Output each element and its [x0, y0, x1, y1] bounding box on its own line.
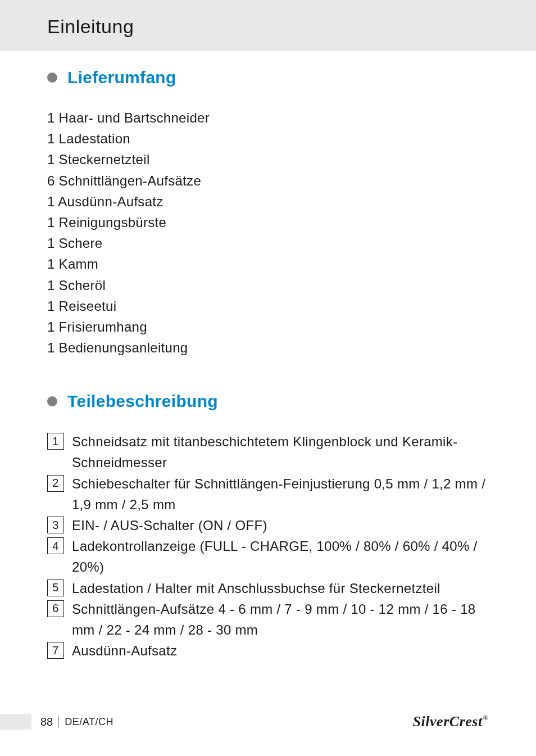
bullet-icon	[47, 73, 57, 83]
parts-item: 6 Schnittlängen-Aufsätze 4 - 6 mm / 7 - …	[47, 599, 489, 640]
list-item: 1 Ladestation	[47, 128, 489, 149]
parts-item: 2 Schiebeschalter für Schnittlängen-Fein…	[47, 473, 489, 515]
list-item: 6 Schnittlängen-Aufsätze	[47, 170, 489, 191]
registered-icon: ®	[483, 713, 489, 722]
list-item: 1 Reinigungsbürste	[47, 212, 489, 233]
parts-item: 5 Ladestation / Halter mit Anschlussbuch…	[47, 578, 489, 599]
number-box: 4	[47, 537, 64, 554]
number-box: 5	[47, 580, 64, 596]
list-item: 1 Bedienungsanleitung	[47, 337, 489, 358]
list-item: 1 Steckernetzteil	[47, 149, 489, 170]
brand-logo: SilverCrest®	[413, 713, 489, 730]
number-box: 1	[47, 433, 64, 450]
footer: 88 DE/AT/CH SilverCrest®	[0, 713, 536, 730]
parts-item: 3 EIN- / AUS-Schalter (ON / OFF)	[47, 515, 489, 536]
parts-text: Schiebeschalter für Schnittlängen-Feinju…	[72, 473, 489, 515]
section-title-delivery: Lieferumfang	[67, 68, 176, 87]
list-item: 1 Scheröl	[47, 275, 489, 296]
section-title-parts: Teilebeschreibung	[67, 392, 218, 411]
section-heading-delivery: Lieferumfang	[47, 68, 489, 87]
parts-list: 1 Schneidsatz mit titanbeschichtetem Kli…	[47, 431, 489, 661]
number-box: 3	[47, 517, 64, 533]
delivery-list: 1 Haar- und Bartschneider 1 Ladestation …	[47, 107, 489, 358]
list-item: 1 Reiseetui	[47, 296, 489, 316]
parts-item: 4 Ladekontrollanzeige (FULL - CHARGE, 10…	[47, 536, 489, 577]
list-item: 1 Schere	[47, 233, 489, 253]
footer-left: 88 DE/AT/CH	[0, 714, 113, 730]
page-region: DE/AT/CH	[65, 716, 113, 728]
parts-text: EIN- / AUS-Schalter (ON / OFF)	[72, 515, 489, 536]
parts-item: 1 Schneidsatz mit titanbeschichtetem Kli…	[47, 431, 489, 473]
number-box: 6	[47, 600, 64, 617]
section-heading-parts: Teilebeschreibung	[47, 392, 489, 411]
parts-text: Ladekontrollanzeige (FULL - CHARGE, 100%…	[72, 536, 489, 577]
list-item: 1 Kamm	[47, 253, 489, 274]
parts-text: Ladestation / Halter mit Anschlussbuchse…	[72, 578, 489, 599]
brand-text: SilverCrest	[413, 713, 483, 730]
number-box: 2	[47, 475, 64, 492]
separator-icon	[58, 716, 59, 728]
page-tab	[0, 714, 31, 730]
list-item: 1 Haar- und Bartschneider	[47, 107, 489, 128]
parts-item: 7 Ausdünn-Aufsatz	[47, 640, 489, 661]
parts-text: Schneidsatz mit titanbeschichtetem Kling…	[72, 431, 489, 473]
header-bar: Einleitung	[0, 0, 536, 51]
bullet-icon	[47, 396, 57, 406]
main-content: Lieferumfang 1 Haar- und Bartschneider 1…	[0, 51, 536, 661]
list-item: 1 Ausdünn-Aufsatz	[47, 191, 489, 212]
page-number: 88	[40, 716, 53, 728]
page-title: Einleitung	[47, 16, 536, 38]
list-item: 1 Frisierumhang	[47, 316, 489, 337]
parts-text: Ausdünn-Aufsatz	[72, 640, 489, 661]
parts-text: Schnittlängen-Aufsätze 4 - 6 mm / 7 - 9 …	[72, 599, 489, 640]
number-box: 7	[47, 642, 64, 659]
